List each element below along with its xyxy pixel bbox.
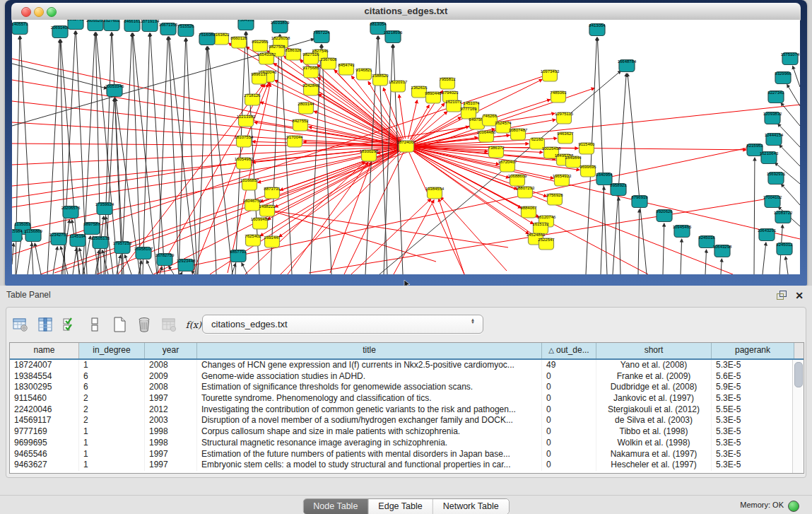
- close-panel-icon[interactable]: ✕: [795, 288, 804, 303]
- table-cell: 1997: [145, 449, 197, 460]
- node-label: 1362615: [411, 86, 428, 90]
- table-cell: 1997: [145, 393, 197, 404]
- node-label: 8873731: [264, 187, 281, 191]
- node-label: 9175685: [302, 66, 319, 70]
- node-label: 17004102: [763, 195, 782, 199]
- network-window-title: citations_edges.txt: [11, 3, 801, 20]
- node-label: 7516089: [199, 33, 216, 37]
- scrollbar-thumb[interactable]: [794, 362, 803, 387]
- node-label: 10025458: [542, 146, 561, 151]
- node-label: 12505135: [91, 236, 110, 240]
- application-window: citations_edges.txt 18724007716382286601…: [0, 0, 812, 514]
- network-canvas[interactable]: 1872400771638228660128891295518226058982…: [12, 20, 800, 274]
- table-row[interactable]: 1938455462009Genome-wide association stu…: [10, 371, 804, 382]
- node-label: 7163822: [213, 33, 230, 37]
- table-cell: 0: [542, 449, 596, 460]
- network-window-titlebar[interactable]: citations_edges.txt: [11, 3, 801, 21]
- node-label: 10973493: [541, 69, 560, 74]
- table-cell: 0: [542, 438, 596, 449]
- node-label: 9245012: [776, 243, 793, 247]
- node-label: 9245018: [698, 235, 715, 240]
- table-row[interactable]: 946362711997Embryonic stem cells: a mode…: [10, 460, 804, 471]
- node-label: 8813054: [370, 22, 387, 26]
- table-cell: Franke et al. (2009): [596, 371, 712, 382]
- table-row[interactable]: 977716911998Corpus callosum shape and si…: [10, 426, 804, 438]
- node-label: 15692931: [767, 172, 786, 176]
- column-header-title[interactable]: title: [197, 343, 542, 358]
- row-expand-icon[interactable]: [86, 316, 103, 333]
- node-label: 9890448: [425, 91, 442, 95]
- node-label: 2803144: [298, 102, 314, 106]
- node-label: 9699695: [579, 165, 596, 169]
- table-cell: Embryonic stem cells: a model to study s…: [197, 460, 542, 471]
- vertical-scrollbar[interactable]: [792, 360, 804, 473]
- node-label: 7386372: [488, 146, 505, 150]
- table-selector-dropdown[interactable]: citations_edges.txt ▲▼: [202, 315, 483, 334]
- table-row[interactable]: 969969511998Structural magnetic resonanc…: [10, 438, 804, 449]
- node-label: 7955812: [439, 77, 456, 81]
- table-row[interactable]: 1872400712008Changes of HCN gene express…: [10, 360, 804, 371]
- node-label: 1451074: [463, 101, 480, 105]
- node-label: 8796919: [631, 195, 648, 199]
- column-header-in_degree[interactable]: in_degree: [79, 343, 145, 358]
- table-cell: 5.6E-5: [712, 371, 794, 382]
- table-cell: 1: [79, 460, 145, 471]
- table-row[interactable]: 2242004622012Investigating the contribut…: [10, 404, 804, 416]
- table-cell: Dudbridge et al. (2008): [596, 382, 712, 393]
- column-header-name[interactable]: name: [10, 343, 79, 358]
- node-label: 9884067: [520, 206, 537, 210]
- table-row[interactable]: 1456911722003Disruption of a novel membe…: [10, 415, 804, 426]
- table-cell: 5.5E-5: [712, 404, 794, 416]
- node-label: 6466161: [124, 20, 141, 23]
- node-label: 16543382: [257, 52, 276, 57]
- node-label: 8958923: [610, 183, 627, 187]
- column-header-year[interactable]: year: [145, 343, 197, 358]
- memory-status-icon[interactable]: [788, 501, 799, 512]
- memory-status-label: Memory: OK: [740, 496, 784, 514]
- show-columns-icon[interactable]: [37, 316, 54, 333]
- column-header-short[interactable]: short: [596, 343, 712, 358]
- table-panel-body: f(x) citations_edges.txt ▲▼ namein_degre…: [6, 307, 806, 478]
- node-label: 16958107: [134, 247, 153, 251]
- table-row[interactable]: 946554611997Estimation of the future num…: [10, 449, 804, 460]
- float-panel-icon[interactable]: [777, 291, 787, 300]
- table-cell: Structural magnetic resonance image aver…: [197, 438, 542, 449]
- table-cell: 2: [79, 415, 145, 426]
- table-cell: 22420046: [10, 404, 79, 416]
- status-bar: Memory: OK: [0, 495, 812, 514]
- node-label: 7515526: [177, 24, 194, 28]
- table-cell: 6: [79, 382, 145, 393]
- node-label: 18724007: [397, 140, 416, 144]
- table-settings-icon[interactable]: [12, 316, 29, 333]
- table-cell: 1: [79, 449, 145, 460]
- node-label: 16210643: [760, 151, 779, 156]
- node-label: 12923448: [177, 259, 196, 263]
- table-cell: 5.3E-5: [712, 415, 794, 426]
- node-label: 12083722: [774, 211, 793, 215]
- node-label: 7857224: [313, 30, 330, 35]
- node-label: 1588520: [372, 74, 389, 78]
- table-row[interactable]: 1830029562008Estimation of significance …: [10, 382, 804, 393]
- function-builder-icon[interactable]: f(x): [185, 316, 202, 333]
- table-panel-title: Table Panel: [6, 286, 51, 305]
- node-label: 10643291: [758, 228, 777, 233]
- node-label: 16671355: [159, 23, 178, 27]
- create-column-icon[interactable]: [111, 316, 128, 333]
- node-label: 13166857: [240, 178, 259, 182]
- column-header-pagerank[interactable]: pagerank: [712, 343, 794, 358]
- column-visibility-icon[interactable]: [61, 316, 78, 333]
- column-header-out_de[interactable]: △out_de...: [542, 343, 596, 358]
- table-cell: 19384554: [10, 371, 79, 382]
- table-cell: 1998: [145, 426, 197, 438]
- network-node[interactable]: [68, 20, 83, 30]
- node-label: 12975115: [555, 112, 574, 116]
- node-label: 3915984: [12, 229, 23, 233]
- node-label: 2367608: [320, 57, 337, 62]
- node-label: 14524861: [526, 233, 546, 237]
- delete-column-icon[interactable]: [136, 316, 153, 333]
- table-cell: Investigating the contribution of common…: [197, 404, 542, 416]
- table-row[interactable]: 911546021997Tourette syndrome. Phenomeno…: [10, 393, 804, 404]
- node-label: 2718126: [244, 93, 261, 98]
- node-label: 1640954: [596, 173, 613, 177]
- node-label: 20691406: [51, 25, 70, 30]
